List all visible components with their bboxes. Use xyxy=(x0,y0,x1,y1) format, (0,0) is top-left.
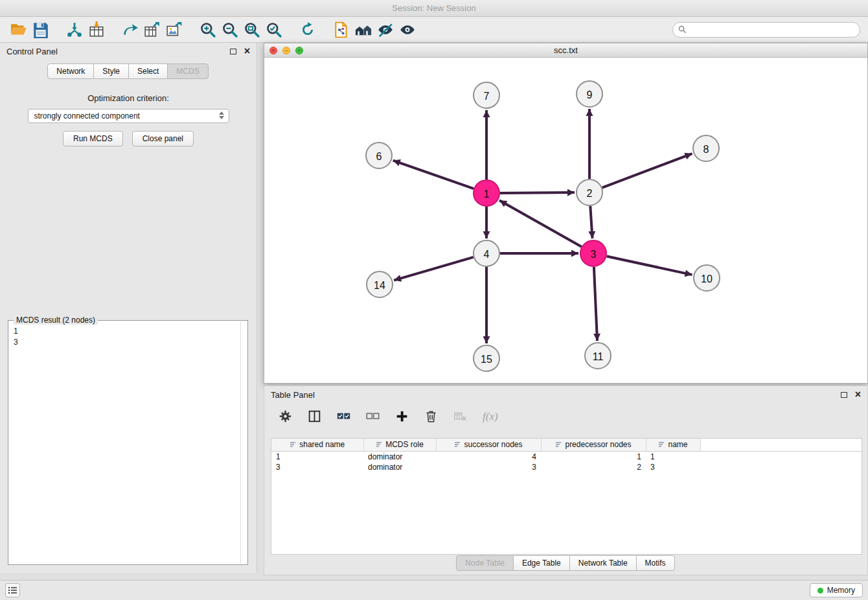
tab-edge-table[interactable]: Edge Table xyxy=(513,555,570,571)
tab-select[interactable]: Select xyxy=(128,63,168,79)
criterion-dropdown[interactable]: strongly connected component xyxy=(28,109,229,123)
cell-predecessor-nodes[interactable]: 1 xyxy=(541,451,646,462)
float-table-panel-icon[interactable] xyxy=(841,392,847,398)
node-label: 6 xyxy=(376,151,382,162)
tab-style[interactable]: Style xyxy=(93,63,129,79)
edge-1-2[interactable] xyxy=(500,192,575,193)
edge-3-1[interactable] xyxy=(499,200,582,246)
table-panel-tabs: Node Table Edge Table Network Table Moti… xyxy=(264,555,867,571)
cell-shared-name[interactable]: 3 xyxy=(271,462,363,472)
show-graphics-details-icon[interactable] xyxy=(396,19,418,40)
table-panel: Table Panel × f(x) xyxy=(264,386,868,575)
zoom-window-icon[interactable] xyxy=(295,47,303,54)
node-1[interactable]: 1 xyxy=(474,180,499,206)
tab-network[interactable]: Network xyxy=(47,63,94,79)
column-header-mcds-role[interactable]: MCDS role xyxy=(363,439,436,451)
style-preview-icon[interactable] xyxy=(374,19,396,40)
deselect-all-rows-icon[interactable] xyxy=(366,410,380,423)
node-3[interactable]: 3 xyxy=(580,240,606,266)
memory-button[interactable]: Memory xyxy=(810,583,863,597)
criterion-dropdown-value: strongly connected component xyxy=(34,111,140,121)
minimize-window-icon[interactable] xyxy=(282,47,290,54)
node-6[interactable]: 6 xyxy=(366,143,392,168)
tab-mcds[interactable]: MCDS xyxy=(167,63,208,79)
column-header-shared-name[interactable]: shared name xyxy=(271,439,363,451)
network-graph[interactable]: 7968124314101511 xyxy=(264,58,867,383)
table-row[interactable]: 3 dominator 3 2 3 xyxy=(271,462,862,472)
cell-successor-nodes[interactable]: 3 xyxy=(436,462,541,472)
close-panel-icon[interactable]: × xyxy=(244,46,250,56)
table-settings-gear-icon[interactable] xyxy=(279,410,292,423)
delete-column-icon[interactable] xyxy=(424,410,438,423)
node-10[interactable]: 10 xyxy=(694,265,720,291)
node-label: 14 xyxy=(374,280,385,291)
cell-mcds-role[interactable]: dominator xyxy=(363,462,436,472)
column-header-filler xyxy=(700,439,862,451)
column-header-name[interactable]: name xyxy=(646,439,700,451)
task-history-button[interactable] xyxy=(5,583,20,597)
export-network-icon[interactable] xyxy=(119,19,141,40)
column-menu-icon xyxy=(555,441,562,448)
network-canvas[interactable]: 7968124314101511 xyxy=(264,58,867,383)
search-icon xyxy=(678,25,687,34)
edge-1-6[interactable] xyxy=(393,161,474,189)
import-network-icon[interactable] xyxy=(63,19,86,40)
node-11[interactable]: 11 xyxy=(585,343,611,369)
cell-mcds-role[interactable]: dominator xyxy=(363,451,436,462)
node-15[interactable]: 15 xyxy=(474,345,499,371)
add-column-icon[interactable] xyxy=(395,410,409,423)
save-session-icon[interactable] xyxy=(30,19,52,40)
mcds-result-list[interactable]: 1 3 xyxy=(8,321,247,353)
table-row[interactable]: 1 dominator 4 1 1 xyxy=(271,451,862,462)
search-input[interactable] xyxy=(690,25,854,34)
cell-name[interactable]: 3 xyxy=(646,462,700,472)
node-label: 7 xyxy=(484,91,490,102)
edge-2-8[interactable] xyxy=(602,154,692,188)
edge-4-14[interactable] xyxy=(394,257,474,281)
edge-3-11[interactable] xyxy=(594,267,597,341)
result-scrollbar[interactable] xyxy=(240,321,241,564)
node-7[interactable]: 7 xyxy=(474,82,499,108)
close-panel-button[interactable]: Close panel xyxy=(132,131,194,146)
zoom-selected-icon[interactable] xyxy=(263,19,285,40)
column-menu-icon xyxy=(658,441,665,448)
manage-networks-icon[interactable] xyxy=(330,19,352,40)
float-panel-icon[interactable] xyxy=(230,49,236,54)
search-field[interactable] xyxy=(672,22,860,38)
node-8[interactable]: 8 xyxy=(693,135,719,161)
column-header-successor-nodes[interactable]: successor nodes xyxy=(436,439,541,451)
node-4[interactable]: 4 xyxy=(474,240,499,266)
export-table-icon[interactable] xyxy=(141,19,163,40)
edge-3-10[interactable] xyxy=(607,257,692,275)
close-table-panel-icon[interactable]: × xyxy=(855,389,861,400)
tab-motifs[interactable]: Motifs xyxy=(636,555,675,571)
import-table-icon[interactable] xyxy=(86,19,108,40)
zoom-in-icon[interactable] xyxy=(197,19,219,40)
node-14[interactable]: 14 xyxy=(367,271,393,297)
node-label: 3 xyxy=(591,249,597,260)
tab-node-table[interactable]: Node Table xyxy=(456,555,514,571)
run-mcds-button[interactable]: Run MCDS xyxy=(63,131,123,146)
network-window-titlebar[interactable]: scc.txt xyxy=(264,43,867,58)
export-image-icon[interactable] xyxy=(163,19,185,40)
cell-name[interactable]: 1 xyxy=(646,451,700,462)
column-header-predecessor-nodes[interactable]: predecessor nodes xyxy=(541,439,646,451)
zoom-fit-icon[interactable] xyxy=(241,19,263,40)
close-window-icon[interactable] xyxy=(269,47,277,54)
select-all-rows-icon[interactable] xyxy=(337,410,350,423)
cell-successor-nodes[interactable]: 4 xyxy=(436,451,541,462)
open-file-icon[interactable] xyxy=(8,19,30,40)
node-2[interactable]: 2 xyxy=(577,179,602,205)
tab-network-table[interactable]: Network Table xyxy=(569,555,637,571)
apply-layout-icon[interactable] xyxy=(297,19,319,40)
node-label: 15 xyxy=(481,354,492,365)
zoom-out-icon[interactable] xyxy=(219,19,241,40)
show-columns-icon[interactable] xyxy=(308,410,321,423)
edge-2-3[interactable] xyxy=(590,206,592,238)
optimization-criterion-label: Optimization criterion: xyxy=(0,93,257,103)
cell-shared-name[interactable]: 1 xyxy=(271,451,363,462)
network-overview-icon[interactable] xyxy=(352,19,374,40)
node-9[interactable]: 9 xyxy=(577,81,602,107)
cell-predecessor-nodes[interactable]: 2 xyxy=(541,462,646,472)
task-list-icon xyxy=(8,586,17,594)
